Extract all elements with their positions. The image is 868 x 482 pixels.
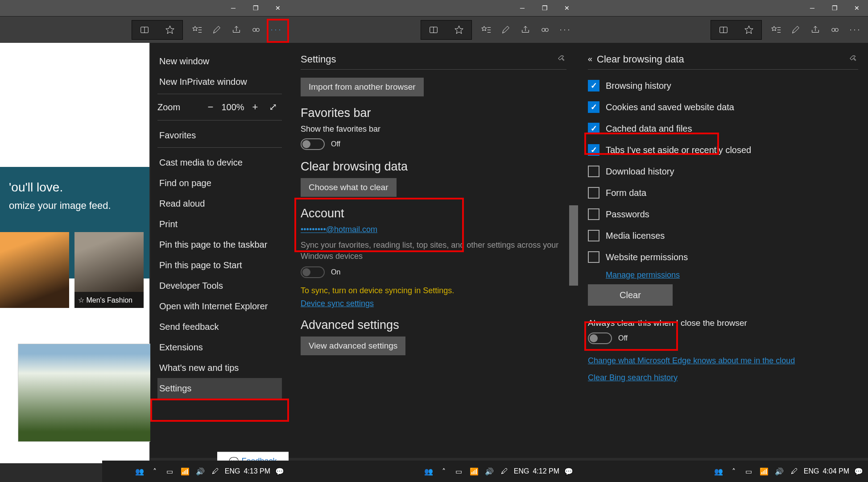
menu-devtools[interactable]: Developer Tools — [157, 275, 282, 296]
checkbox[interactable] — [588, 230, 599, 241]
hub-icon[interactable] — [825, 20, 845, 40]
volume-icon[interactable]: 🔊 — [194, 465, 206, 477]
language-indicator[interactable]: ENG — [514, 467, 529, 475]
people-icon[interactable]: 👥 — [423, 465, 434, 477]
checkbox-row-6[interactable]: Passwords — [588, 204, 858, 225]
wifi-icon[interactable]: 📶 — [758, 465, 770, 477]
menu-extensions[interactable]: Extensions — [157, 337, 282, 357]
favorites-list-icon[interactable] — [476, 20, 496, 40]
people-icon[interactable]: 👥 — [134, 465, 145, 477]
menu-favorites[interactable]: Favorites — [157, 125, 282, 145]
action-center-icon[interactable]: 💬 — [853, 465, 864, 477]
sync-toggle[interactable] — [301, 266, 325, 278]
clock[interactable]: 4:12 PM — [533, 467, 559, 475]
menu-new-inprivate[interactable]: New InPrivate window — [157, 71, 282, 92]
favorites-bar-toggle[interactable] — [301, 138, 325, 150]
pin-icon[interactable] — [558, 54, 566, 65]
checkbox-row-5[interactable]: Form data — [588, 182, 858, 204]
notes-icon[interactable] — [207, 20, 227, 40]
tray-up-icon[interactable]: ˄ — [438, 465, 450, 477]
clock[interactable]: 4:13 PM — [244, 467, 270, 475]
wifi-icon[interactable]: 📶 — [179, 465, 191, 477]
device-sync-link[interactable]: Device sync settings — [301, 299, 374, 308]
scrollbar-thumb[interactable] — [569, 205, 578, 286]
clear-bing-history-link[interactable]: Clear Bing search history — [588, 373, 858, 382]
reading-view-icon[interactable] — [714, 20, 733, 40]
language-indicator[interactable]: ENG — [225, 467, 240, 475]
menu-cast[interactable]: Cast media to device — [157, 152, 282, 173]
notes-icon[interactable] — [786, 20, 806, 40]
maximize-button[interactable]: ❐ — [533, 0, 556, 16]
manage-permissions-link[interactable]: Manage permissions — [606, 270, 680, 280]
wifi-icon[interactable]: 📶 — [468, 465, 480, 477]
back-button[interactable]: « — [588, 54, 592, 64]
pen-icon[interactable]: 🖊 — [499, 465, 510, 477]
menu-find[interactable]: Find on page — [157, 173, 282, 193]
menu-settings[interactable]: Settings — [157, 378, 282, 399]
hub-icon[interactable] — [246, 20, 266, 40]
close-button[interactable]: ✕ — [846, 0, 868, 16]
checkbox[interactable] — [588, 166, 599, 177]
thumbnail-1[interactable] — [0, 232, 69, 308]
minimize-button[interactable]: ─ — [511, 0, 533, 16]
more-menu-icon[interactable]: · · · — [555, 20, 575, 40]
menu-send-feedback[interactable]: Send feedback — [157, 316, 282, 337]
pen-icon[interactable]: 🖊 — [210, 465, 221, 477]
always-clear-toggle[interactable] — [588, 332, 612, 344]
checkbox-row-8[interactable]: Website permissions — [588, 246, 858, 268]
more-menu-icon[interactable]: · · · — [845, 20, 864, 40]
favorite-star-icon[interactable] — [160, 20, 180, 40]
language-indicator[interactable]: ENG — [804, 467, 819, 475]
import-button[interactable]: Import from another browser — [301, 78, 424, 96]
favorites-list-icon[interactable] — [187, 20, 207, 40]
checkbox-row-2[interactable]: Cached data and files — [588, 118, 858, 139]
maximize-button[interactable]: ❐ — [823, 0, 846, 16]
tray-up-icon[interactable]: ˄ — [149, 465, 161, 477]
close-button[interactable]: ✕ — [556, 0, 578, 16]
menu-open-ie[interactable]: Open with Internet Explorer — [157, 296, 282, 316]
view-advanced-settings-button[interactable]: View advanced settings — [301, 337, 405, 355]
battery-icon[interactable]: ▭ — [743, 465, 755, 477]
share-icon[interactable] — [806, 20, 825, 40]
favorite-star-icon[interactable] — [449, 20, 469, 40]
checkbox-row-1[interactable]: Cookies and saved website data — [588, 96, 858, 118]
share-icon[interactable] — [227, 20, 246, 40]
action-center-icon[interactable]: 💬 — [274, 465, 285, 477]
checkbox-row-0[interactable]: Browsing history — [588, 75, 858, 96]
tray-up-icon[interactable]: ˄ — [728, 465, 740, 477]
battery-icon[interactable]: ▭ — [453, 465, 465, 477]
menu-read-aloud[interactable]: Read aloud — [157, 193, 282, 214]
checkbox[interactable] — [588, 187, 599, 199]
favorite-star-icon[interactable] — [739, 20, 759, 40]
checkbox[interactable] — [588, 80, 599, 91]
reading-view-icon[interactable] — [135, 20, 154, 40]
minimize-button[interactable]: ─ — [801, 0, 823, 16]
clock[interactable]: 4:04 PM — [823, 467, 849, 475]
menu-new-window[interactable]: New window — [157, 51, 282, 71]
thumbnail-2[interactable]: ☆ Men's Fashion — [74, 232, 144, 308]
checkbox[interactable] — [588, 251, 599, 263]
favorites-list-icon[interactable] — [766, 20, 786, 40]
choose-what-to-clear-button[interactable]: Choose what to clear — [301, 178, 397, 197]
clear-button[interactable]: Clear — [588, 284, 673, 306]
action-center-icon[interactable]: 💬 — [563, 465, 575, 477]
change-edge-knows-link[interactable]: Change what Microsoft Edge knows about m… — [588, 355, 858, 367]
share-icon[interactable] — [516, 20, 535, 40]
pen-icon[interactable]: 🖊 — [789, 465, 800, 477]
checkbox[interactable] — [588, 208, 599, 220]
close-button[interactable]: ✕ — [267, 0, 289, 16]
hub-icon[interactable] — [535, 20, 555, 40]
checkbox-row-4[interactable]: Download history — [588, 161, 858, 182]
account-email-link[interactable]: •••••••••@hotmail.com — [301, 225, 377, 234]
thumbnail-3[interactable] — [18, 344, 152, 442]
checkbox[interactable] — [588, 101, 599, 113]
people-icon[interactable]: 👥 — [713, 465, 724, 477]
minimize-button[interactable]: ─ — [222, 0, 244, 16]
menu-print[interactable]: Print — [157, 214, 282, 234]
fullscreen-button[interactable]: ⤢ — [264, 101, 282, 113]
notes-icon[interactable] — [496, 20, 516, 40]
volume-icon[interactable]: 🔊 — [773, 465, 785, 477]
reading-view-icon[interactable] — [424, 20, 443, 40]
checkbox-row-3[interactable]: Tabs I've set aside or recently closed — [588, 139, 858, 161]
checkbox[interactable] — [588, 144, 599, 156]
